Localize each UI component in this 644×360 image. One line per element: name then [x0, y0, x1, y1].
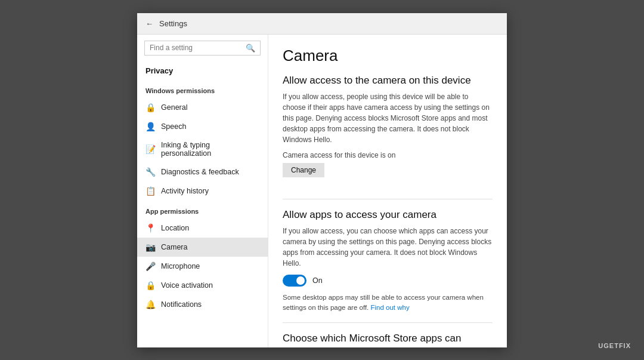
sidebar-item-label: Microphone	[161, 262, 200, 270]
find-out-why-link[interactable]: Find out why	[370, 304, 409, 311]
search-input[interactable]	[150, 44, 242, 52]
main-content: Camera Allow access to the camera on thi…	[268, 35, 507, 347]
change-button[interactable]: Change	[283, 163, 324, 177]
sidebar-item-label: Location	[161, 224, 189, 232]
section2-desc: If you allow access, you can choose whic…	[283, 226, 493, 269]
sidebar-item-location[interactable]: 📍 Location	[137, 219, 268, 238]
sidebar-item-label: Voice activation	[161, 281, 213, 290]
sidebar-item-label: Speech	[161, 122, 186, 131]
section1-heading: Allow access to the camera on this devic…	[283, 75, 493, 87]
sidebar-item-label: Activity history	[161, 187, 209, 195]
sidebar-item-label: Camera	[161, 243, 187, 251]
sidebar: 🔍 Privacy Windows permissions 🔒 General …	[137, 35, 268, 347]
page-title: Camera	[283, 47, 493, 65]
sidebar-item-camera[interactable]: 📷 Camera	[137, 238, 268, 257]
lock-icon: 🔒	[145, 103, 155, 112]
section-divider-2	[283, 322, 493, 323]
sidebar-item-speech[interactable]: 👤 Speech	[137, 117, 268, 136]
notifications-icon: 🔔	[145, 300, 155, 309]
diagnostics-icon: 🔧	[145, 167, 155, 177]
sidebar-item-label: Diagnostics & feedback	[161, 168, 239, 176]
section-divider-1	[283, 199, 493, 199]
sidebar-item-notifications[interactable]: 🔔 Notifications	[137, 295, 268, 314]
section1-desc: If you allow access, people using this d…	[283, 91, 493, 145]
app-permissions-label: App permissions	[137, 201, 268, 219]
search-icon: 🔍	[246, 44, 255, 53]
microphone-icon: 🎤	[145, 261, 155, 271]
camera-icon: 📷	[145, 242, 155, 252]
activity-icon: 📋	[145, 186, 155, 196]
inking-icon: 📝	[145, 144, 155, 154]
apps-camera-toggle[interactable]	[283, 275, 306, 287]
sidebar-item-general[interactable]: 🔒 General	[137, 98, 268, 117]
apps-camera-toggle-row: On	[283, 275, 493, 287]
apps-camera-toggle-label: On	[312, 276, 323, 285]
sidebar-item-diagnostics[interactable]: 🔧 Diagnostics & feedback	[137, 162, 268, 181]
sidebar-item-activity[interactable]: 📋 Activity history	[137, 181, 268, 201]
section2-heading: Allow apps to access your camera	[283, 209, 493, 221]
section3-heading: Choose which Microsoft Store apps can ac…	[283, 333, 493, 347]
settings-window: ← Settings 🔍 Privacy Windows permissions…	[137, 13, 507, 347]
content-area: 🔍 Privacy Windows permissions 🔒 General …	[137, 35, 507, 347]
titlebar-title: Settings	[159, 19, 187, 28]
camera-status-text: Camera access for this device is on	[283, 151, 493, 159]
location-icon: 📍	[145, 223, 155, 233]
sidebar-item-label: General	[161, 103, 187, 112]
toggle-knob	[296, 276, 305, 285]
sidebar-item-microphone[interactable]: 🎤 Microphone	[137, 257, 268, 276]
sidebar-item-voice[interactable]: 🔒 Voice activation	[137, 276, 268, 295]
windows-permissions-label: Windows permissions	[137, 80, 268, 98]
section2-footnote: Some desktop apps may still be able to a…	[283, 293, 493, 313]
back-button[interactable]: ←	[145, 19, 153, 28]
privacy-header: Privacy	[137, 61, 268, 80]
sidebar-item-label: Inking & typing personalization	[161, 141, 259, 158]
titlebar: ← Settings	[137, 13, 507, 35]
watermark: UGETFIX	[598, 342, 631, 349]
sidebar-item-inking[interactable]: 📝 Inking & typing personalization	[137, 136, 268, 162]
sidebar-item-label: Notifications	[161, 300, 202, 309]
voice-icon: 🔒	[145, 281, 155, 290]
speech-icon: 👤	[145, 122, 155, 131]
search-box[interactable]: 🔍	[144, 41, 261, 56]
